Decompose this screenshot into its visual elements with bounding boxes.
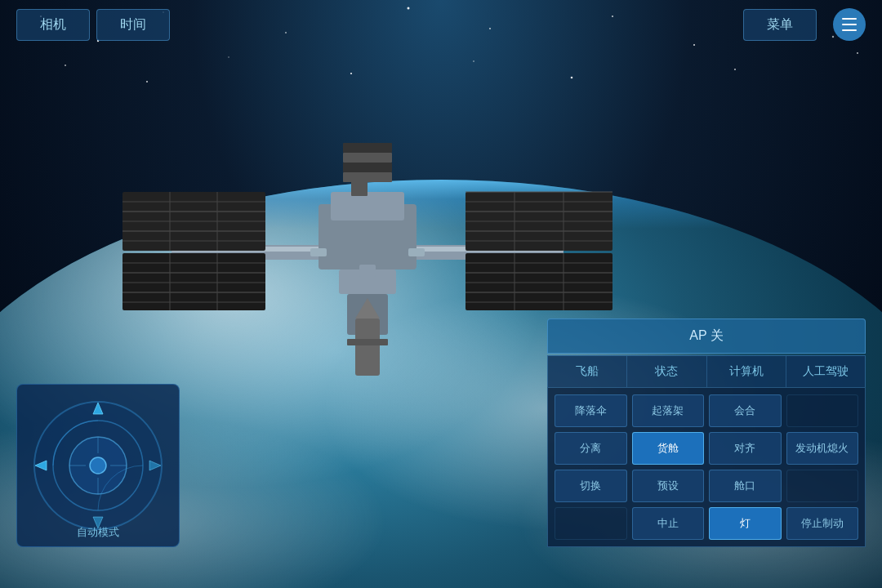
joystick-container: 自动模式 [16, 384, 180, 547]
svg-rect-64 [347, 339, 388, 345]
grid-btn-11 [786, 470, 859, 502]
svg-rect-67 [359, 265, 376, 277]
grid-btn-5[interactable]: 货舱 [632, 432, 705, 465]
grid-btn-4[interactable]: 分离 [555, 432, 627, 465]
svg-rect-28 [343, 172, 392, 182]
tab-tab-spacecraft[interactable]: 飞船 [548, 356, 627, 387]
grid-btn-12 [555, 507, 627, 540]
svg-point-12 [228, 56, 229, 57]
hamburger-line-3 [842, 29, 857, 31]
grid-btn-3 [786, 394, 859, 427]
svg-point-16 [734, 69, 736, 70]
hamburger-line-1 [842, 18, 857, 20]
svg-rect-25 [343, 143, 392, 153]
joystick-svg [29, 396, 167, 535]
tab-bar: 飞船状态计算机人工驾驶 [547, 355, 866, 387]
svg-rect-66 [408, 248, 425, 256]
grid-btn-1[interactable]: 起落架 [632, 394, 705, 427]
hamburger-icon[interactable] [833, 8, 866, 41]
panel-header: AP 关 [547, 318, 866, 354]
menu-button[interactable]: 菜单 [743, 9, 817, 41]
svg-point-17 [857, 52, 858, 54]
grid-btn-15[interactable]: 停止制动 [786, 507, 859, 540]
grid-btn-10[interactable]: 舱口 [709, 470, 782, 502]
hamburger-line-2 [842, 24, 857, 25]
svg-rect-26 [343, 153, 392, 163]
svg-point-14 [473, 60, 474, 62]
buttons-grid: 降落伞起落架会合分离货舱对齐发动机熄火切换预设舱口中止灯停止制动 [547, 387, 866, 547]
svg-point-10 [65, 65, 66, 66]
top-navigation: 相机 时间 菜单 [0, 0, 882, 49]
svg-rect-27 [343, 163, 392, 172]
svg-point-71 [90, 457, 106, 474]
grid-btn-2[interactable]: 会合 [709, 394, 782, 427]
auto-mode-label: 自动模式 [17, 525, 179, 540]
grid-btn-13[interactable]: 中止 [632, 507, 705, 540]
tab-tab-status[interactable]: 状态 [627, 356, 706, 387]
iss-svg [122, 65, 612, 457]
joystick-background: 自动模式 [16, 384, 180, 547]
grid-btn-7[interactable]: 发动机熄火 [786, 432, 859, 465]
control-panel: AP 关 飞船状态计算机人工驾驶 降落伞起落架会合分离货舱对齐发动机熄火切换预设… [547, 318, 866, 547]
iss-model [122, 65, 612, 474]
grid-btn-0[interactable]: 降落伞 [555, 394, 627, 427]
menu-area: 菜单 [743, 8, 866, 41]
camera-button[interactable]: 相机 [16, 9, 90, 41]
grid-btn-6[interactable]: 对齐 [709, 432, 782, 465]
svg-rect-62 [355, 318, 380, 376]
time-button[interactable]: 时间 [96, 9, 170, 41]
grid-btn-14[interactable]: 灯 [709, 507, 782, 540]
tab-tab-computer[interactable]: 计算机 [707, 356, 786, 387]
grid-btn-9[interactable]: 预设 [632, 470, 705, 502]
svg-rect-21 [331, 192, 404, 220]
tab-tab-manual[interactable]: 人工驾驶 [786, 356, 865, 387]
grid-btn-8[interactable]: 切换 [555, 470, 627, 502]
svg-rect-65 [310, 248, 327, 256]
